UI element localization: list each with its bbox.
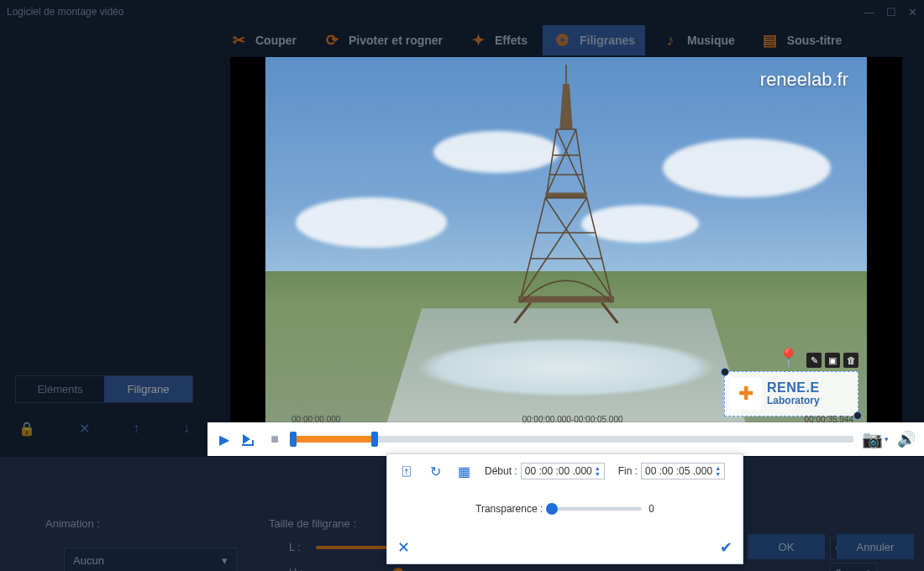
tab-soustitre[interactable]: ▤Sous-titre [750, 25, 852, 55]
tab-label: Sous-titre [787, 34, 842, 47]
move-up-icon[interactable]: ↑ [133, 421, 139, 437]
app-window: Logiciel de montage vidéo — ☐ ✕ ✂Couper … [0, 0, 924, 571]
timeline-selection [291, 436, 375, 443]
watermark-box[interactable]: ✚ RENE.E Laboratory [724, 371, 858, 416]
size-label: Taille de filigrane : [269, 517, 356, 530]
delete-icon[interactable]: ✕ [79, 421, 90, 437]
transparency-value: 0 [648, 503, 654, 515]
end-time-input[interactable]: 00 :00 :05 .000 ▲▼ [641, 463, 725, 479]
tab-label: Musique [687, 34, 735, 47]
lock-icon[interactable]: 🔒 [18, 421, 35, 437]
window-controls: — ☐ ✕ [864, 6, 917, 18]
animation-value: Aucun [73, 554, 104, 567]
svg-rect-12 [242, 444, 254, 446]
watermark-text: RENE.E Laboratory [767, 381, 820, 406]
watermark-toolbar: ✎ ▣ 🗑 [724, 353, 858, 368]
move-down-icon[interactable]: ↓ [183, 421, 190, 437]
tab-filigranes[interactable]: ❂Filigranes [543, 25, 645, 55]
tab-label: Filigranes [580, 34, 635, 47]
segmented-control: Eléments Filigrane [15, 375, 193, 403]
volume-button[interactable]: 🔊 [897, 430, 916, 448]
tab-label: Couper [255, 34, 297, 47]
play-segment-button[interactable] [241, 431, 258, 448]
svg-rect-5 [545, 192, 586, 197]
svg-rect-10 [518, 296, 614, 302]
ok-button[interactable]: OK [748, 534, 825, 559]
watermark-icon: ❂ [553, 30, 573, 50]
wm-delete-icon[interactable]: 🗑 [843, 353, 858, 368]
close-icon[interactable]: ✕ [908, 6, 917, 18]
snapshot-button[interactable]: 📷▾ [862, 429, 889, 449]
marker-icon[interactable]: ⍐ [399, 464, 414, 479]
start-time-field: Début : 00 :00 :00 .000 ▲▼ [485, 463, 605, 479]
modal-footer: ✕ ✔ [397, 538, 732, 557]
tab-label: Pivoter et rogner [349, 34, 443, 47]
wm-line2: Laboratory [767, 396, 820, 406]
spinner-icon[interactable]: ▲▼ [715, 465, 721, 477]
height-label: H : [289, 566, 304, 571]
end-time-field: Fin : 00 :00 :05 .000 ▲▼ [618, 463, 725, 479]
transparency-label: Transparence : [475, 503, 543, 515]
watermark-url-text: reneelab.fr [760, 69, 848, 91]
wm-line1: RENE.E [767, 381, 820, 396]
tab-couper[interactable]: ✂Couper [218, 25, 307, 55]
timeline[interactable]: 00:00:00.000 00:00:00.000-00:00:05.000 0… [291, 427, 853, 452]
watermark-object[interactable]: ✎ ▣ 🗑 ✚ RENE.E Laboratory [724, 353, 858, 416]
item-actions: 🔒 ✕ ↑ ↓ [18, 421, 190, 437]
reset-icon[interactable]: ↻ [428, 464, 443, 479]
height-number-input[interactable]: 0▲▼ [830, 563, 877, 571]
time-start: 00:00:00.000 [291, 415, 340, 424]
height-slider-row: H : [289, 566, 400, 571]
cut-icon: ✂ [228, 30, 249, 50]
subtitle-icon: ▤ [760, 30, 780, 50]
grid-snap-icon[interactable]: ▦ [456, 464, 471, 479]
modal-confirm-icon[interactable]: ✔ [720, 538, 732, 557]
watermark-settings-modal: ⍐ ↻ ▦ Début : 00 :00 :00 .000 ▲▼ Fin : 0… [386, 453, 743, 564]
footer-buttons: OK Annuler [748, 534, 914, 559]
tab-pivoter[interactable]: ⟳Pivoter et rogner [312, 25, 453, 55]
effects-icon: ✦ [468, 30, 488, 50]
seg-elements[interactable]: Eléments [16, 376, 104, 402]
slider-knob[interactable] [546, 503, 558, 515]
music-icon: ♪ [660, 30, 680, 50]
transparency-row: Transparence : 0 [399, 503, 731, 515]
svg-marker-11 [243, 434, 250, 444]
timeline-track[interactable] [291, 436, 853, 443]
stop-button[interactable]: ■ [266, 431, 283, 448]
preview-area: reneelab.fr 📍 ✎ ▣ 🗑 ✚ RENE.E Labora [208, 57, 924, 420]
tab-effets[interactable]: ✦Effets [458, 25, 538, 55]
app-title: Logiciel de montage vidéo [7, 6, 123, 18]
watermark-logo-icon: ✚ [730, 378, 762, 410]
transparency-slider[interactable] [549, 507, 642, 511]
start-time-input[interactable]: 00 :00 :00 .000 ▲▼ [521, 463, 605, 479]
time-end: 00:00:35.944 [805, 415, 853, 424]
tab-label: Effets [495, 34, 528, 47]
spinner-icon[interactable]: ▲▼ [595, 465, 601, 477]
preview-frame: reneelab.fr 📍 ✎ ▣ 🗑 ✚ RENE.E Labora [230, 57, 902, 427]
animation-select[interactable]: Aucun ▾ [64, 547, 237, 571]
video-preview[interactable]: reneelab.fr 📍 ✎ ▣ 🗑 ✚ RENE.E Labora [265, 57, 867, 427]
seg-watermark[interactable]: Filigrane [104, 376, 192, 402]
chevron-down-icon: ▾ [222, 554, 228, 567]
range-handle-start[interactable] [290, 432, 297, 447]
width-label: L : [289, 541, 304, 553]
rotate-icon: ⟳ [322, 30, 342, 50]
minimize-icon[interactable]: — [864, 6, 874, 18]
range-handle-end[interactable] [371, 432, 378, 447]
wm-image-icon[interactable]: ▣ [825, 353, 840, 368]
tab-musique[interactable]: ♪Musique [650, 25, 745, 55]
player-controls: ▶ ■ 00:00:00.000 00:00:00.000-00:00:05.0… [207, 422, 924, 456]
start-label: Début : [485, 465, 517, 477]
play-button[interactable]: ▶ [216, 431, 233, 448]
animation-label: Animation : [45, 517, 100, 530]
eiffel-tower-graphic [457, 65, 675, 323]
maximize-icon[interactable]: ☐ [886, 6, 896, 18]
modal-cancel-icon[interactable]: ✕ [397, 538, 410, 557]
modal-toolbar: ⍐ ↻ ▦ Début : 00 :00 :00 .000 ▲▼ Fin : 0… [399, 463, 731, 479]
time-range: 00:00:00.000-00:00:05.000 [522, 415, 622, 424]
cancel-button[interactable]: Annuler [837, 534, 914, 559]
width-slider-row: L : [289, 541, 400, 553]
svg-rect-13 [252, 440, 254, 446]
wm-edit-icon[interactable]: ✎ [806, 353, 822, 368]
timeline-labels: 00:00:00.000 00:00:00.000-00:00:05.000 0… [291, 415, 853, 427]
